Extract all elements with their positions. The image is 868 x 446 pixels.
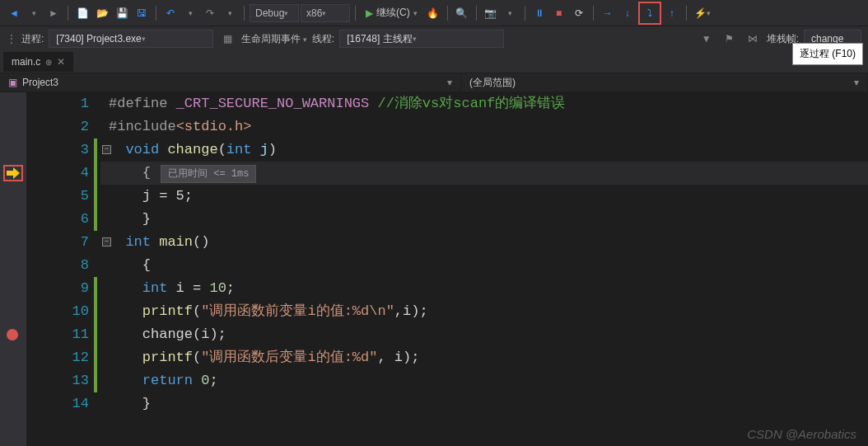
line-number: 13	[26, 369, 89, 392]
tab-main-c[interactable]: main.c ⊕ ✕	[3, 52, 73, 72]
code-editor[interactable]: 1 2 3 4 5 6 7 8 9 10 11 12 13 14 − − #de…	[0, 92, 868, 446]
chevron-down-icon: ▾	[854, 77, 859, 88]
scope-crumb[interactable]: (全局范围) ▾	[461, 73, 868, 92]
find-in-files-button[interactable]: 🔍	[453, 4, 471, 22]
threads-icon[interactable]: ⋈	[744, 30, 762, 48]
separator	[686, 6, 687, 21]
tab-label: main.c	[12, 56, 40, 68]
screenshot-button[interactable]: 📷	[482, 4, 500, 22]
separator	[156, 6, 156, 21]
change-indicator	[94, 277, 97, 392]
continue-label: 继续(C)	[376, 6, 410, 20]
line-number: 3	[26, 138, 89, 162]
code-line: #define _CRT_SECURE_NO_WARNINGS //消除vs对s…	[100, 92, 868, 115]
code-line: {已用时间 <= 1ms	[100, 162, 868, 185]
save-all-button[interactable]: 🖫	[133, 4, 151, 22]
thread-label: 线程:	[312, 32, 334, 46]
separator	[447, 6, 448, 21]
project-name: Project3	[22, 77, 58, 88]
redo-history[interactable]	[221, 4, 239, 22]
config-dropdown[interactable]: Debug	[250, 4, 299, 22]
lifecycle-label[interactable]: 生命周期事件	[241, 32, 307, 46]
project-crumb[interactable]: ▣ Project3 ▾	[0, 73, 461, 92]
code-line: }	[100, 208, 868, 231]
perf-tip[interactable]: 已用时间 <= 1ms	[161, 165, 256, 183]
step-over-button[interactable]: ⤵	[641, 4, 659, 22]
redo-button[interactable]: ↷	[201, 4, 219, 22]
line-number: 14	[26, 392, 89, 415]
nav-forward-button[interactable]: ►	[44, 4, 63, 22]
filter-icon[interactable]: ▼	[698, 30, 716, 48]
line-number: 10	[26, 300, 89, 323]
play-icon: ▶	[366, 7, 373, 19]
code-line: return 0;	[100, 369, 868, 392]
line-number: 4	[26, 162, 89, 185]
separator	[244, 6, 245, 21]
stop-button[interactable]: ■	[550, 4, 568, 22]
line-number: 8	[26, 254, 89, 277]
scope-name: (全局范围)	[469, 76, 516, 90]
change-indicator	[94, 138, 97, 231]
save-button[interactable]: 💾	[113, 4, 131, 22]
continue-button[interactable]: ▶ 继续(C) ▾	[361, 4, 422, 22]
separator	[355, 6, 356, 21]
breakpoint-marker[interactable]	[7, 329, 18, 340]
code-line: change(i);	[100, 323, 868, 346]
show-next-statement-button[interactable]: →	[599, 4, 617, 22]
undo-history[interactable]	[181, 4, 199, 22]
flag-icon[interactable]: ⚑	[721, 30, 739, 48]
code-line: {	[100, 254, 868, 277]
code-line: int i = 10;	[100, 277, 868, 300]
debug-subbar: ⋮ 进程: [7340] Project3.exe ▦ 生命周期事件 线程: […	[0, 26, 868, 51]
restart-button[interactable]: ⟳	[570, 4, 588, 22]
process-label: 进程:	[21, 32, 44, 46]
line-number: 9	[26, 277, 89, 300]
chevron-down-icon: ▾	[447, 77, 452, 88]
lifecycle-icon[interactable]: ▦	[218, 30, 236, 48]
chevron-down-icon: ▾	[413, 9, 418, 17]
fold-button[interactable]: −	[102, 145, 111, 154]
intellitrace-button[interactable]: ⚡	[692, 4, 713, 22]
line-number: 11	[26, 323, 89, 346]
hot-reload-button[interactable]: 🔥	[424, 4, 442, 22]
code-line: }	[100, 392, 868, 415]
scope-bar: ▣ Project3 ▾ (全局范围) ▾	[0, 73, 868, 92]
file-tabs: main.c ⊕ ✕	[0, 51, 868, 73]
line-numbers: 1 2 3 4 5 6 7 8 9 10 11 12 13 14	[26, 92, 100, 446]
pause-button[interactable]: ⏸	[530, 4, 548, 22]
line-number: 6	[26, 208, 89, 231]
glyph-margin	[0, 92, 26, 446]
separator	[68, 6, 68, 21]
code-line: void change(int j)	[100, 138, 868, 162]
nav-back-button[interactable]: ◄	[5, 4, 23, 22]
fold-button[interactable]: −	[102, 237, 111, 246]
undo-button[interactable]: ↶	[161, 4, 180, 22]
code-area[interactable]: − − #define _CRT_SECURE_NO_WARNINGS //消除…	[100, 92, 868, 446]
line-number: 2	[26, 115, 89, 138]
main-toolbar: ◄ ► 📄 📂 💾 🖫 ↶ ↷ Debug x86 ▶ 继续(C) ▾ 🔥 🔍 …	[0, 0, 868, 26]
line-number: 7	[26, 231, 89, 254]
line-number: 12	[26, 346, 89, 369]
separator	[593, 6, 594, 21]
step-into-button[interactable]: ↓	[618, 4, 637, 22]
separator	[525, 6, 525, 21]
current-statement-marker	[3, 165, 23, 181]
new-file-button[interactable]: 📄	[73, 4, 91, 22]
code-line: #include<stdio.h>	[100, 115, 868, 138]
pin-icon[interactable]: ⊕	[45, 58, 52, 67]
code-line: int main()	[100, 231, 868, 254]
dropdown-icon[interactable]: ⋮	[7, 33, 16, 45]
code-line: j = 5;	[100, 185, 868, 208]
process-combo[interactable]: [7340] Project3.exe	[49, 30, 213, 48]
platform-dropdown[interactable]: x86	[301, 4, 350, 22]
line-number: 5	[26, 185, 89, 208]
nav-back-history[interactable]	[25, 4, 43, 22]
watermark: CSDN @Aerobatics	[747, 427, 856, 441]
screenshot-history[interactable]	[502, 4, 520, 22]
open-file-button[interactable]: 📂	[93, 4, 111, 22]
step-out-button[interactable]: ↑	[663, 4, 681, 22]
thread-combo[interactable]: [16748] 主线程	[339, 30, 504, 48]
line-number: 1	[26, 92, 89, 115]
separator	[476, 6, 477, 21]
close-icon[interactable]: ✕	[57, 56, 65, 68]
